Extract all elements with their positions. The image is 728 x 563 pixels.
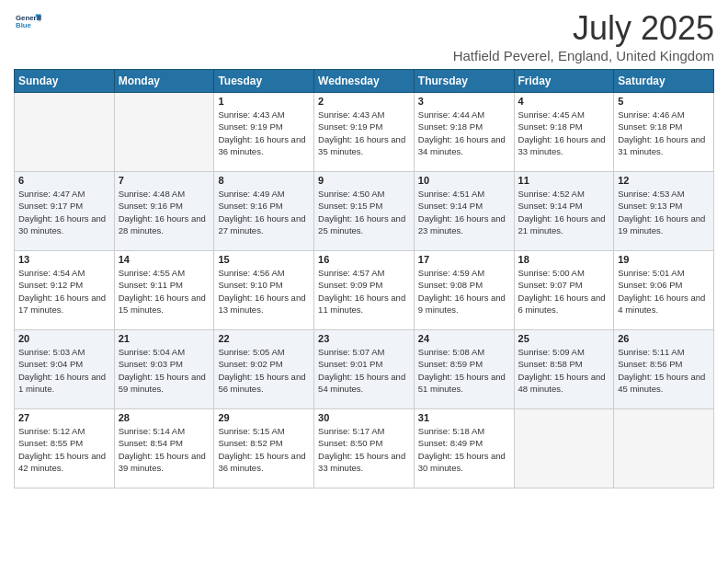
calendar-week-row: 27Sunrise: 5:12 AMSunset: 8:55 PMDayligh…	[15, 409, 714, 488]
calendar-cell	[614, 409, 714, 488]
day-info: Sunrise: 5:14 AMSunset: 8:54 PMDaylight:…	[119, 425, 210, 474]
svg-text:Blue: Blue	[16, 21, 32, 29]
calendar-cell: 29Sunrise: 5:15 AMSunset: 8:52 PMDayligh…	[214, 409, 314, 488]
day-number: 19	[618, 254, 710, 265]
day-number: 30	[318, 412, 410, 423]
day-info: Sunrise: 4:46 AMSunset: 9:18 PMDaylight:…	[618, 109, 710, 157]
day-number: 10	[418, 175, 510, 186]
day-number: 14	[119, 254, 210, 265]
calendar-cell: 22Sunrise: 5:05 AMSunset: 9:02 PMDayligh…	[214, 330, 314, 409]
calendar-cell: 23Sunrise: 5:07 AMSunset: 9:01 PMDayligh…	[314, 330, 415, 409]
calendar-cell: 25Sunrise: 5:09 AMSunset: 8:58 PMDayligh…	[514, 330, 614, 409]
day-of-week-header: Saturday	[614, 70, 714, 93]
day-info: Sunrise: 4:56 AMSunset: 9:10 PMDaylight:…	[218, 267, 310, 316]
day-info: Sunrise: 5:08 AMSunset: 8:59 PMDaylight:…	[418, 346, 510, 395]
day-info: Sunrise: 5:04 AMSunset: 9:03 PMDaylight:…	[119, 346, 210, 395]
day-number: 12	[618, 175, 710, 186]
day-number: 2	[318, 96, 410, 107]
day-number: 7	[119, 175, 210, 186]
calendar-cell: 1Sunrise: 4:43 AMSunset: 9:19 PMDaylight…	[214, 93, 314, 172]
day-info: Sunrise: 4:51 AMSunset: 9:14 PMDaylight:…	[418, 188, 510, 236]
day-number: 21	[119, 333, 210, 344]
calendar-cell: 9Sunrise: 4:50 AMSunset: 9:15 PMDaylight…	[314, 172, 415, 251]
day-number: 9	[318, 175, 410, 186]
day-of-week-header: Tuesday	[214, 70, 314, 93]
calendar-week-row: 6Sunrise: 4:47 AMSunset: 9:17 PMDaylight…	[15, 172, 714, 251]
day-info: Sunrise: 5:18 AMSunset: 8:49 PMDaylight:…	[418, 425, 510, 474]
calendar-cell	[514, 409, 614, 488]
calendar-cell: 13Sunrise: 4:54 AMSunset: 9:12 PMDayligh…	[15, 251, 115, 330]
day-info: Sunrise: 5:11 AMSunset: 8:56 PMDaylight:…	[618, 346, 710, 395]
day-number: 11	[518, 175, 610, 186]
calendar-cell: 15Sunrise: 4:56 AMSunset: 9:10 PMDayligh…	[214, 251, 314, 330]
day-info: Sunrise: 5:03 AMSunset: 9:04 PMDaylight:…	[18, 346, 110, 395]
day-info: Sunrise: 4:43 AMSunset: 9:19 PMDaylight:…	[218, 109, 310, 157]
day-info: Sunrise: 5:05 AMSunset: 9:02 PMDaylight:…	[218, 346, 310, 395]
calendar-cell: 8Sunrise: 4:49 AMSunset: 9:16 PMDaylight…	[214, 172, 314, 251]
calendar-header-row: SundayMondayTuesdayWednesdayThursdayFrid…	[15, 70, 714, 93]
calendar-cell: 10Sunrise: 4:51 AMSunset: 9:14 PMDayligh…	[414, 172, 514, 251]
day-number: 26	[618, 333, 710, 344]
day-info: Sunrise: 4:44 AMSunset: 9:18 PMDaylight:…	[418, 109, 510, 157]
day-number: 15	[218, 254, 310, 265]
calendar-cell: 31Sunrise: 5:18 AMSunset: 8:49 PMDayligh…	[414, 409, 514, 488]
calendar-week-row: 13Sunrise: 4:54 AMSunset: 9:12 PMDayligh…	[15, 251, 714, 330]
day-info: Sunrise: 5:07 AMSunset: 9:01 PMDaylight:…	[318, 346, 410, 395]
day-of-week-header: Wednesday	[314, 70, 415, 93]
header: General Blue July 2025 Hatfield Peverel,…	[14, 9, 714, 63]
day-number: 20	[18, 333, 110, 344]
day-number: 31	[418, 412, 510, 423]
day-number: 28	[119, 412, 210, 423]
day-info: Sunrise: 4:57 AMSunset: 9:09 PMDaylight:…	[318, 267, 410, 316]
day-of-week-header: Thursday	[414, 70, 514, 93]
calendar-cell: 17Sunrise: 4:59 AMSunset: 9:08 PMDayligh…	[414, 251, 514, 330]
day-info: Sunrise: 4:59 AMSunset: 9:08 PMDaylight:…	[418, 267, 510, 316]
day-info: Sunrise: 4:54 AMSunset: 9:12 PMDaylight:…	[18, 267, 110, 316]
day-info: Sunrise: 4:48 AMSunset: 9:16 PMDaylight:…	[119, 188, 210, 236]
day-number: 25	[518, 333, 610, 344]
calendar-cell: 27Sunrise: 5:12 AMSunset: 8:55 PMDayligh…	[15, 409, 115, 488]
day-info: Sunrise: 4:47 AMSunset: 9:17 PMDaylight:…	[18, 188, 110, 236]
page: General Blue July 2025 Hatfield Peverel,…	[0, 0, 728, 563]
calendar-cell: 14Sunrise: 4:55 AMSunset: 9:11 PMDayligh…	[114, 251, 214, 330]
calendar-cell	[114, 93, 214, 172]
day-number: 27	[18, 412, 110, 423]
calendar-cell: 20Sunrise: 5:03 AMSunset: 9:04 PMDayligh…	[15, 330, 115, 409]
calendar-week-row: 20Sunrise: 5:03 AMSunset: 9:04 PMDayligh…	[15, 330, 714, 409]
day-number: 3	[418, 96, 510, 107]
day-number: 16	[318, 254, 410, 265]
day-number: 4	[518, 96, 610, 107]
day-number: 17	[418, 254, 510, 265]
calendar-cell: 5Sunrise: 4:46 AMSunset: 9:18 PMDaylight…	[614, 93, 714, 172]
month-title: July 2025	[453, 9, 714, 48]
calendar-cell: 19Sunrise: 5:01 AMSunset: 9:06 PMDayligh…	[614, 251, 714, 330]
day-info: Sunrise: 5:09 AMSunset: 8:58 PMDaylight:…	[518, 346, 610, 395]
calendar-week-row: 1Sunrise: 4:43 AMSunset: 9:19 PMDaylight…	[15, 93, 714, 172]
calendar-cell: 21Sunrise: 5:04 AMSunset: 9:03 PMDayligh…	[114, 330, 214, 409]
calendar-cell: 4Sunrise: 4:45 AMSunset: 9:18 PMDaylight…	[514, 93, 614, 172]
logo: General Blue	[14, 9, 41, 39]
day-number: 18	[518, 254, 610, 265]
day-info: Sunrise: 4:53 AMSunset: 9:13 PMDaylight:…	[618, 188, 710, 236]
calendar-cell: 18Sunrise: 5:00 AMSunset: 9:07 PMDayligh…	[514, 251, 614, 330]
logo-icon: General Blue	[16, 9, 41, 35]
calendar-cell: 16Sunrise: 4:57 AMSunset: 9:09 PMDayligh…	[314, 251, 415, 330]
day-info: Sunrise: 5:17 AMSunset: 8:50 PMDaylight:…	[318, 425, 410, 474]
day-info: Sunrise: 5:15 AMSunset: 8:52 PMDaylight:…	[218, 425, 310, 474]
day-number: 1	[218, 96, 310, 107]
day-info: Sunrise: 4:45 AMSunset: 9:18 PMDaylight:…	[518, 109, 610, 157]
day-info: Sunrise: 4:50 AMSunset: 9:15 PMDaylight:…	[318, 188, 410, 236]
day-info: Sunrise: 4:55 AMSunset: 9:11 PMDaylight:…	[119, 267, 210, 316]
day-info: Sunrise: 5:01 AMSunset: 9:06 PMDaylight:…	[618, 267, 710, 316]
calendar-cell: 24Sunrise: 5:08 AMSunset: 8:59 PMDayligh…	[414, 330, 514, 409]
calendar-cell: 12Sunrise: 4:53 AMSunset: 9:13 PMDayligh…	[614, 172, 714, 251]
day-number: 5	[618, 96, 710, 107]
calendar-cell	[15, 93, 115, 172]
calendar-cell: 28Sunrise: 5:14 AMSunset: 8:54 PMDayligh…	[114, 409, 214, 488]
day-number: 6	[18, 175, 110, 186]
day-info: Sunrise: 4:43 AMSunset: 9:19 PMDaylight:…	[318, 109, 410, 157]
location-title: Hatfield Peverel, England, United Kingdo…	[453, 48, 714, 63]
day-of-week-header: Friday	[514, 70, 614, 93]
day-number: 23	[318, 333, 410, 344]
day-number: 8	[218, 175, 310, 186]
